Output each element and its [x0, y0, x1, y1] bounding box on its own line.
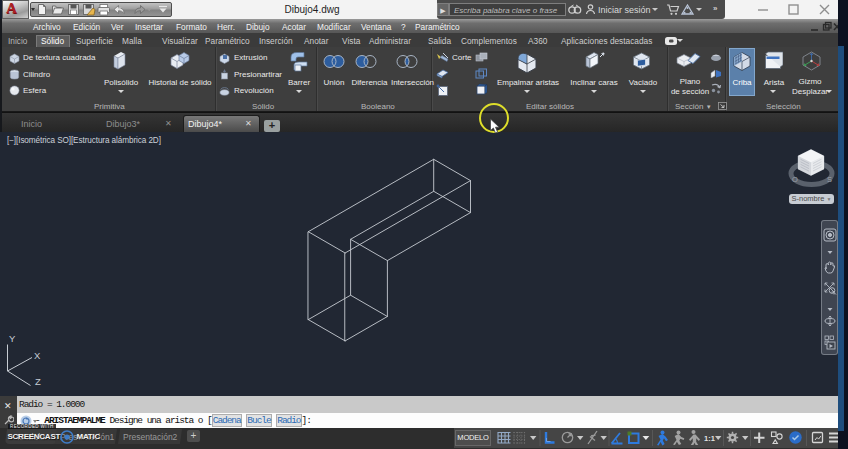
- svg-text:1:1: 1:1: [704, 434, 715, 443]
- svg-text:S: S: [827, 175, 832, 184]
- svg-text:Z: Z: [35, 376, 41, 387]
- svg-text:O: O: [792, 175, 798, 184]
- svg-text:Y: Y: [9, 333, 16, 344]
- svg-text:X: X: [34, 350, 41, 361]
